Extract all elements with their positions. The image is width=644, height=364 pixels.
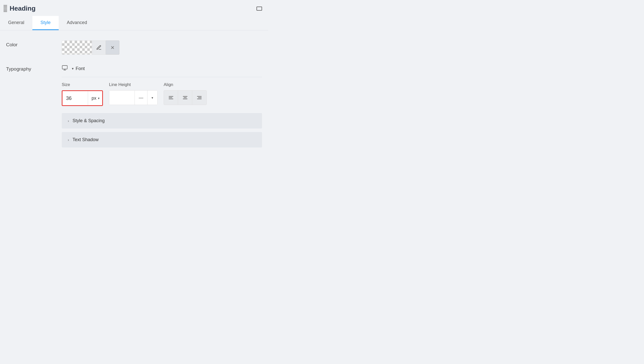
line-height-label: Line Height — [109, 82, 158, 87]
size-group: Size px ▾ — [62, 82, 103, 106]
size-unit-chevron-icon: ▾ — [98, 96, 100, 100]
align-center-button[interactable] — [178, 91, 192, 105]
font-toggle-label: Font — [76, 66, 85, 71]
panel-body: Color — [0, 30, 268, 167]
text-shadow-header[interactable]: › Text Shadow — [62, 132, 262, 147]
align-label: Align — [164, 82, 207, 87]
color-eyedropper-button[interactable] — [92, 40, 106, 55]
line-height-group: Line Height — ▾ — [109, 82, 158, 105]
color-label: Color — [6, 40, 62, 48]
text-shadow-chevron-icon: › — [68, 138, 69, 142]
size-unit-select[interactable]: px ▾ — [88, 91, 102, 105]
font-toggle[interactable]: ▾ Font — [72, 66, 85, 71]
align-center-icon — [183, 96, 187, 99]
typography-field-content: ▾ Font Size px ▾ — [62, 65, 262, 151]
size-unit-label: px — [92, 96, 96, 101]
line-height-dash-icon: — — [139, 95, 143, 100]
text-shadow-label: Text Shadow — [73, 137, 99, 142]
line-height-dash-button[interactable]: — — [135, 91, 147, 105]
color-clear-button[interactable] — [106, 40, 119, 55]
drag-handle[interactable] — [4, 5, 7, 12]
align-right-button[interactable] — [192, 91, 206, 105]
align-left-button[interactable] — [164, 91, 178, 105]
size-label: Size — [62, 82, 103, 87]
page-title: Heading — [10, 5, 36, 12]
typography-field-row: Typography ▾ Font — [6, 65, 262, 151]
monitor-icon — [62, 65, 68, 72]
font-chevron-down-icon: ▾ — [72, 67, 74, 71]
style-spacing-label: Style & Spacing — [73, 118, 105, 123]
align-right-icon — [197, 96, 202, 99]
color-field-content — [62, 40, 262, 55]
align-buttons-group — [164, 90, 207, 105]
size-input-group: px ▾ — [62, 90, 103, 106]
line-height-input-group: — ▾ — [109, 90, 158, 105]
style-spacing-header[interactable]: › Style & Spacing — [62, 113, 262, 129]
align-left-icon — [169, 96, 173, 99]
color-swatch[interactable] — [62, 40, 92, 55]
style-spacing-section: › Style & Spacing — [62, 113, 262, 129]
window-icon[interactable] — [256, 7, 262, 11]
panel-header-left: Heading — [4, 5, 36, 12]
panel-header: Heading — [0, 0, 268, 16]
line-height-input[interactable] — [109, 91, 135, 105]
text-shadow-section: › Text Shadow — [62, 132, 262, 147]
size-input[interactable] — [62, 91, 88, 105]
style-spacing-chevron-icon: › — [68, 119, 69, 123]
svg-rect-2 — [62, 66, 67, 69]
tab-style[interactable]: Style — [32, 16, 59, 30]
tab-advanced[interactable]: Advanced — [59, 16, 95, 30]
font-controls-row: Size px ▾ Line Height — [62, 82, 262, 106]
color-field-row: Color — [6, 40, 262, 55]
typography-top: ▾ Font — [62, 65, 262, 77]
color-picker-row — [62, 40, 262, 55]
panel: Heading General Style Advanced Color — [0, 0, 268, 364]
tabs-bar: General Style Advanced — [0, 16, 268, 30]
tab-general[interactable]: General — [0, 16, 32, 30]
align-group: Align — [164, 82, 207, 105]
typography-label: Typography — [6, 65, 62, 72]
line-height-chevron-icon: ▾ — [152, 96, 153, 100]
line-height-dropdown-button[interactable]: ▾ — [147, 91, 157, 105]
